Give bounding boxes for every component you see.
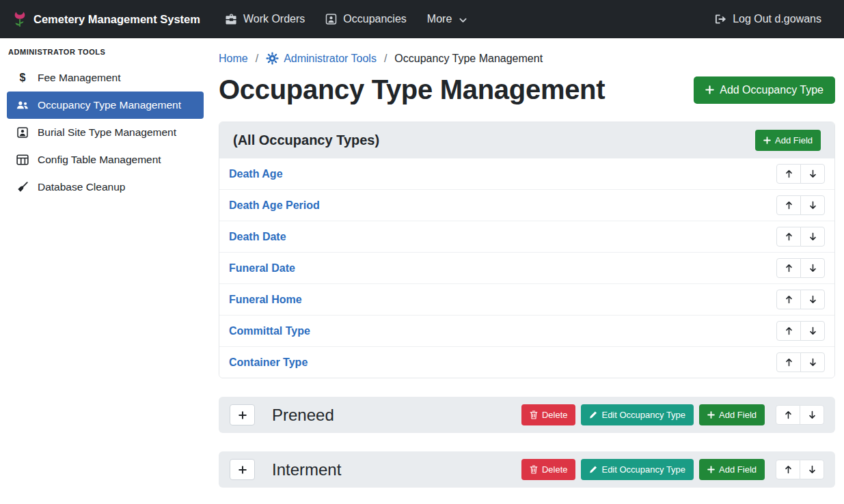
arrow-up-icon bbox=[785, 410, 792, 419]
sidebar-item-label: Burial Site Type Management bbox=[38, 126, 176, 139]
card-title: (All Occupancy Types) bbox=[233, 132, 379, 148]
move-down-button[interactable] bbox=[800, 321, 825, 341]
card-header: (All Occupancy Types) Add Field bbox=[219, 122, 834, 158]
arrow-up-icon bbox=[785, 169, 793, 178]
sidebar-item-burial-site-type-management[interactable]: Burial Site Type Management bbox=[7, 119, 204, 146]
add-occupancy-type-button[interactable]: Add Occupancy Type bbox=[694, 76, 835, 104]
add-field-button[interactable]: Add Field bbox=[699, 459, 765, 480]
occupancy-type-name: Interment bbox=[272, 460, 516, 479]
add-field-label: Add Field bbox=[775, 135, 813, 145]
delete-button[interactable]: Delete bbox=[521, 459, 576, 480]
delete-label: Delete bbox=[542, 464, 568, 475]
arrow-up-icon bbox=[785, 232, 793, 241]
move-up-button[interactable] bbox=[776, 460, 800, 479]
edit-occupancy-type-button[interactable]: Edit Occupancy Type bbox=[581, 404, 694, 425]
sidebar-item-label: Config Table Management bbox=[38, 154, 161, 166]
arrow-down-icon bbox=[809, 358, 817, 367]
field-link[interactable]: Death Date bbox=[229, 231, 286, 243]
app-brand[interactable]: Cemetery Management System bbox=[12, 10, 200, 28]
move-up-button[interactable] bbox=[776, 258, 801, 278]
reorder-group bbox=[776, 227, 825, 247]
field-link[interactable]: Death Age bbox=[229, 168, 283, 180]
field-link[interactable]: Funeral Home bbox=[229, 294, 302, 306]
breadcrumb-admin-tools-label: Administrator Tools bbox=[284, 53, 377, 65]
move-down-button[interactable] bbox=[800, 258, 825, 278]
arrow-down-icon bbox=[808, 410, 816, 419]
plus-icon bbox=[239, 411, 247, 419]
chevron-down-icon bbox=[459, 18, 467, 23]
pencil-icon bbox=[589, 410, 597, 419]
move-down-button[interactable] bbox=[800, 352, 825, 372]
sidebar: ADMINISTRATOR TOOLS $ Fee Management Occ… bbox=[0, 38, 210, 504]
logout-button[interactable]: Log Out d.gowans bbox=[715, 13, 821, 25]
move-up-button[interactable] bbox=[776, 405, 800, 425]
occupancy-type-section-preneed: Preneed Delete Edit Occupancy Type Add F… bbox=[219, 397, 835, 433]
field-list: Death Age Death Age Period Death Date bbox=[219, 158, 834, 378]
nav-occupancies[interactable]: Occupancies bbox=[325, 13, 407, 25]
move-down-button[interactable] bbox=[800, 195, 825, 215]
logout-label: Log Out d.gowans bbox=[733, 13, 821, 25]
sidebar-item-occupancy-type-management[interactable]: Occupancy Type Management bbox=[7, 92, 204, 119]
move-down-button[interactable] bbox=[800, 164, 825, 184]
breadcrumb-administrator-tools[interactable]: Administrator Tools bbox=[266, 52, 377, 65]
expand-button[interactable] bbox=[230, 404, 255, 425]
field-row: Committal Type bbox=[219, 316, 834, 347]
move-down-button[interactable] bbox=[800, 460, 824, 479]
sidebar-item-config-table-management[interactable]: Config Table Management bbox=[7, 146, 204, 173]
edit-occupancy-type-button[interactable]: Edit Occupancy Type bbox=[581, 459, 694, 480]
arrow-down-icon bbox=[809, 295, 817, 304]
tulip-logo-icon bbox=[12, 10, 27, 28]
move-up-button[interactable] bbox=[776, 321, 801, 341]
sidebar-item-label: Fee Management bbox=[38, 72, 121, 84]
plus-icon bbox=[707, 466, 715, 473]
arrow-down-icon bbox=[809, 326, 817, 335]
plus-icon bbox=[763, 137, 771, 144]
move-up-button[interactable] bbox=[776, 195, 801, 215]
breadcrumb-separator: / bbox=[384, 53, 387, 65]
nav-work-orders[interactable]: Work Orders bbox=[226, 13, 305, 25]
breadcrumb-current: Occupancy Type Management bbox=[394, 53, 543, 65]
move-up-button[interactable] bbox=[776, 164, 801, 184]
sidebar-item-database-cleanup[interactable]: Database Cleanup bbox=[7, 173, 204, 201]
arrow-up-icon bbox=[785, 201, 793, 210]
arrow-down-icon bbox=[808, 465, 816, 474]
move-down-button[interactable] bbox=[800, 405, 824, 425]
breadcrumb-home[interactable]: Home bbox=[219, 53, 248, 65]
move-up-button[interactable] bbox=[776, 352, 801, 372]
move-up-button[interactable] bbox=[776, 290, 801, 309]
plus-icon bbox=[707, 411, 715, 419]
expand-button[interactable] bbox=[230, 459, 255, 480]
arrow-down-icon bbox=[809, 169, 817, 178]
reorder-group bbox=[776, 195, 825, 215]
work-orders-icon bbox=[226, 14, 237, 25]
field-row: Funeral Home bbox=[219, 284, 834, 316]
add-field-button[interactable]: Add Field bbox=[699, 404, 765, 425]
broom-icon bbox=[16, 182, 29, 193]
field-link[interactable]: Committal Type bbox=[229, 325, 310, 337]
field-row: Funeral Date bbox=[219, 253, 834, 284]
arrow-up-icon bbox=[785, 326, 793, 335]
add-occupancy-type-label: Add Occupancy Type bbox=[720, 84, 823, 96]
pencil-icon bbox=[589, 465, 597, 474]
reorder-group bbox=[776, 321, 825, 341]
move-down-button[interactable] bbox=[800, 290, 825, 309]
field-row: Death Age Period bbox=[219, 190, 834, 221]
sidebar-item-fee-management[interactable]: $ Fee Management bbox=[7, 64, 204, 92]
field-link[interactable]: Death Age Period bbox=[229, 199, 320, 212]
move-up-button[interactable] bbox=[776, 227, 801, 247]
field-link[interactable]: Container Type bbox=[229, 356, 308, 369]
plus-icon bbox=[239, 466, 247, 474]
delete-button[interactable]: Delete bbox=[521, 404, 576, 425]
nav-more[interactable]: More bbox=[427, 13, 467, 25]
arrow-up-icon bbox=[785, 264, 793, 272]
add-field-button[interactable]: Add Field bbox=[755, 130, 821, 151]
nav-work-orders-label: Work Orders bbox=[243, 13, 305, 25]
table-icon bbox=[16, 154, 29, 165]
top-navbar: Cemetery Management System Work Orders O… bbox=[0, 0, 844, 38]
field-row: Death Date bbox=[219, 221, 834, 253]
field-link[interactable]: Funeral Date bbox=[229, 262, 295, 275]
move-down-button[interactable] bbox=[800, 227, 825, 247]
burial-site-icon bbox=[16, 127, 29, 138]
reorder-group bbox=[776, 290, 825, 309]
arrow-down-icon bbox=[809, 264, 817, 272]
